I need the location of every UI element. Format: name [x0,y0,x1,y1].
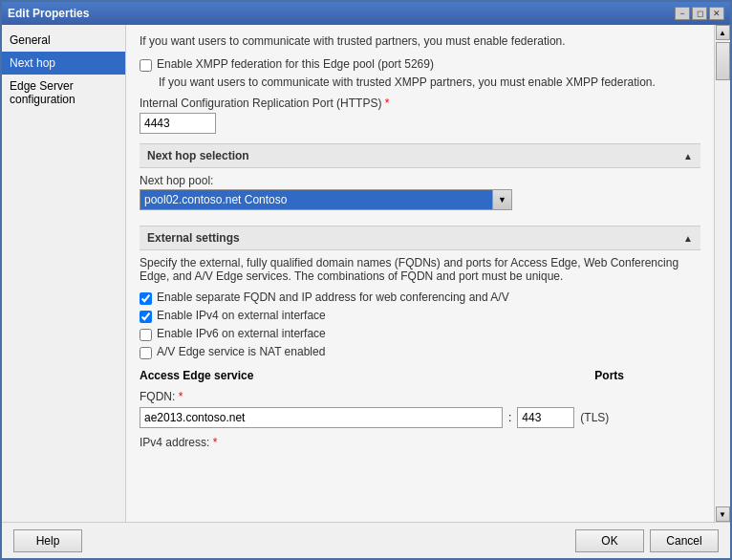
next-hop-arrow-icon: ▲ [683,151,693,162]
title-bar: Edit Properties − ◻ ✕ [2,2,730,25]
fqdn-port-row: : (TLS) [140,407,700,428]
xmpp-checkbox-label: Enable XMPP federation for this Edge poo… [157,57,434,71]
ipv6-row: Enable IPv6 on external interface [140,327,700,341]
scrollable-content: If you want users to communicate with tr… [126,25,714,522]
next-hop-section-title: Next hop selection [147,149,249,162]
scroll-up-button[interactable]: ▲ [716,25,730,40]
next-hop-pool-label: Next hop pool: [140,174,700,187]
internal-port-input[interactable] [140,113,216,134]
content-scroll-area: If you want users to communicate with tr… [126,25,730,522]
sidebar: General Next hop Edge Server configurati… [2,25,126,522]
minimize-button[interactable]: − [675,7,690,20]
restore-button[interactable]: ◻ [692,7,707,20]
ipv4-row: Enable IPv4 on external interface [140,309,700,323]
fqdn-input[interactable] [140,407,503,428]
next-hop-pool-value[interactable]: pool02.contoso.net Contoso [140,189,493,210]
window-controls: − ◻ ✕ [675,7,724,20]
internal-port-label: Internal Configuration Replication Port … [140,97,700,110]
ipv6-label: Enable IPv6 on external interface [157,327,326,340]
main-content: General Next hop Edge Server configurati… [2,25,730,522]
ipv6-checkbox[interactable] [140,329,152,341]
bottom-bar: Help OK Cancel [2,522,730,558]
access-edge-header-row: Access Edge service Ports [140,369,700,382]
ports-title: Ports [594,369,624,382]
xmpp-checkbox-row: Enable XMPP federation for this Edge poo… [140,57,700,72]
access-edge-title: Access Edge service [140,369,253,382]
separate-fqdn-row: Enable separate FQDN and IP address for … [140,291,700,305]
ipv4-checkbox[interactable] [140,311,152,323]
sidebar-item-general[interactable]: General [2,29,125,52]
external-arrow-icon: ▲ [683,233,693,244]
scrollbar[interactable]: ▲ ▼ [714,25,730,522]
ipv4-address-label: IPv4 address: * [140,436,700,449]
xmpp-info: If you want users to communicate with tr… [159,75,700,89]
port-input[interactable] [517,407,574,428]
ipv4-required-star: * [213,436,218,449]
ok-button[interactable]: OK [575,529,644,552]
cancel-button[interactable]: Cancel [650,529,719,552]
colon-separator: : [508,411,511,424]
sidebar-item-edge-server[interactable]: Edge Server configuration [2,75,125,111]
sidebar-item-next-hop[interactable]: Next hop [2,52,125,75]
bottom-right-buttons: OK Cancel [575,529,719,552]
xmpp-checkbox[interactable] [140,59,152,72]
fqdn-field-label: FQDN: * [140,390,700,403]
separate-fqdn-checkbox[interactable] [140,292,152,305]
scrollbar-thumb[interactable] [716,42,730,80]
window-title: Edit Properties [8,7,89,20]
external-section-title: External settings [147,231,240,245]
nat-row: A/V Edge service is NAT enabled [140,345,700,359]
next-hop-pool-dropdown-arrow[interactable]: ▼ [493,189,512,210]
help-button[interactable]: Help [13,529,82,552]
fqdn-required-star: * [179,390,183,403]
next-hop-pool-dropdown-wrapper: pool02.contoso.net Contoso ▼ [140,189,700,210]
internal-port-required: * [385,97,390,110]
ipv4-label: Enable IPv4 on external interface [157,309,326,322]
external-info: Specify the external, fully qualified do… [140,256,700,283]
nat-checkbox[interactable] [140,347,152,359]
top-info-text: If you want users to communicate with tr… [140,34,700,48]
next-hop-section-header[interactable]: Next hop selection ▲ [140,143,700,168]
nat-label: A/V Edge service is NAT enabled [157,345,325,358]
close-button[interactable]: ✕ [709,7,724,20]
edit-properties-window: Edit Properties − ◻ ✕ General Next hop E… [0,0,732,560]
separate-fqdn-label: Enable separate FQDN and IP address for … [157,291,509,304]
external-section-header[interactable]: External settings ▲ [140,226,700,250]
tls-label: (TLS) [580,411,609,424]
scroll-down-button[interactable]: ▼ [716,506,730,522]
